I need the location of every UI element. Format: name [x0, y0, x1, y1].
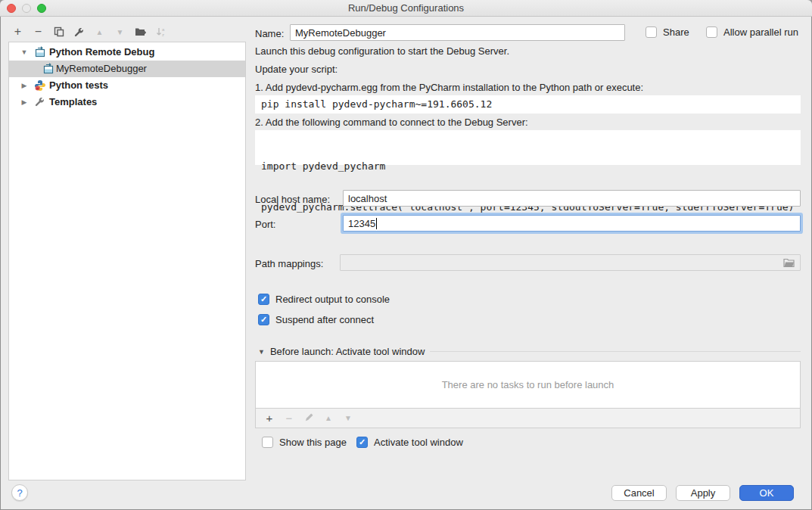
name-input[interactable]: MyRemoteDebugger	[290, 24, 625, 41]
move-task-down-icon: ▼	[342, 414, 354, 422]
tree-item-myremotedebugger[interactable]: MyRemoteDebugger	[9, 61, 245, 77]
edit-task-pencil-icon	[303, 412, 315, 424]
chevron-right-icon[interactable]: ▶	[20, 82, 29, 89]
cancel-button[interactable]: Cancel	[611, 485, 667, 501]
apply-button[interactable]: Apply	[676, 485, 730, 501]
path-mappings-input[interactable]	[340, 254, 801, 271]
svg-text:z: z	[162, 33, 164, 37]
settrace-code-line1: import pydevd_pycharm	[261, 160, 795, 173]
local-host-name-label: Local host name:	[255, 194, 330, 205]
name-value: MyRemoteDebugger	[295, 27, 386, 39]
tree-item-python-remote-debug[interactable]: ▼ Python Remote Debug	[9, 44, 245, 61]
chevron-down-icon[interactable]: ▼	[258, 348, 265, 356]
empty-tasks-text: There are no tasks to run before launch	[442, 379, 614, 390]
redirect-output-checkbox[interactable]: ✓	[258, 294, 269, 305]
before-launch-section-header[interactable]: ▼ Before launch: Activate tool window	[258, 346, 801, 357]
move-task-up-icon: ▲	[322, 414, 334, 422]
before-launch-task-list: There are no tasks to run before launch	[255, 361, 801, 409]
show-this-page-label: Show this page	[279, 437, 347, 448]
suspend-after-connect-label: Suspend after connect	[275, 314, 374, 325]
window-title: Run/Debug Configurations	[0, 2, 812, 14]
suspend-after-connect-checkbox[interactable]: ✓	[258, 314, 269, 325]
tree-item-label: Python Remote Debug	[49, 46, 154, 58]
activate-tool-window-checkbox[interactable]: ✓	[356, 437, 368, 448]
remove-configuration-button[interactable]: −	[30, 23, 47, 40]
local-host-name-value: localhost	[348, 193, 387, 204]
ok-button[interactable]: OK	[739, 485, 794, 501]
configurations-toolbar: + − ▲ ▼ a z	[9, 23, 170, 41]
port-input[interactable]: 12345	[343, 215, 801, 232]
move-down-icon: ▼	[111, 23, 129, 40]
run-config-icon	[42, 63, 54, 75]
help-button[interactable]: ?	[11, 484, 28, 501]
redirect-output-label: Redirect output to console	[275, 294, 390, 305]
browse-folder-icon[interactable]	[783, 258, 795, 268]
tree-item-templates[interactable]: ▶ Templates	[9, 94, 245, 110]
configurations-tree: ▼ Python Remote Debug MyRemoteDebugger	[8, 42, 246, 480]
local-host-name-input[interactable]: localhost	[343, 190, 801, 207]
new-folder-icon[interactable]	[132, 23, 149, 40]
run-config-icon	[34, 46, 46, 58]
allow-parallel-run-label: Allow parallel run	[723, 26, 798, 38]
run-debug-configurations-dialog: Run/Debug Configurations + − ▲ ▼	[0, 0, 812, 510]
step1-text: 1. Add pydevd-pycharm.egg from the PyCha…	[255, 82, 643, 93]
tree-item-label: Templates	[49, 96, 97, 107]
name-label: Name:	[255, 28, 284, 39]
before-launch-toolbar: + − ▲ ▼	[255, 409, 801, 428]
tree-item-label: Python tests	[49, 79, 108, 91]
chevron-down-icon[interactable]: ▼	[20, 48, 29, 56]
port-label: Port:	[255, 219, 275, 230]
move-up-icon: ▲	[91, 23, 108, 40]
python-icon	[34, 79, 46, 92]
copy-configuration-icon[interactable]	[50, 23, 67, 40]
add-task-button[interactable]: +	[263, 412, 275, 424]
remove-task-button: −	[283, 412, 295, 424]
update-script-text: Update your script:	[255, 64, 338, 75]
svg-text:a: a	[162, 27, 165, 32]
before-launch-title: Before launch: Activate tool window	[270, 346, 425, 357]
intro-text: Launch this debug configuration to start…	[255, 45, 509, 57]
text-cursor	[376, 218, 377, 229]
path-mappings-label: Path mappings:	[255, 258, 323, 269]
tree-item-python-tests[interactable]: ▶ Python tests	[9, 77, 245, 94]
port-value: 12345	[348, 218, 375, 229]
show-this-page-checkbox[interactable]	[262, 437, 273, 448]
share-checkbox[interactable]	[646, 26, 657, 38]
title-bar: Run/Debug Configurations	[0, 0, 812, 17]
section-divider	[430, 351, 801, 352]
pip-install-code: pip install pydevd-pycharm~=191.6605.12	[255, 95, 801, 114]
allow-parallel-run-checkbox[interactable]	[706, 26, 717, 38]
edit-defaults-wrench-icon[interactable]	[70, 23, 88, 40]
sort-alphabetically-icon: a z	[152, 23, 170, 40]
wrench-icon	[34, 96, 46, 108]
tree-item-label: MyRemoteDebugger	[56, 63, 147, 74]
settrace-code: import pydevd_pycharm pydevd_pycharm.set…	[255, 130, 801, 165]
share-label: Share	[663, 26, 689, 38]
activate-tool-window-label: Activate tool window	[374, 437, 463, 448]
chevron-right-icon[interactable]: ▶	[20, 98, 29, 106]
step2-text: 2. Add the following command to connect …	[255, 117, 528, 128]
add-configuration-button[interactable]: +	[9, 23, 26, 40]
